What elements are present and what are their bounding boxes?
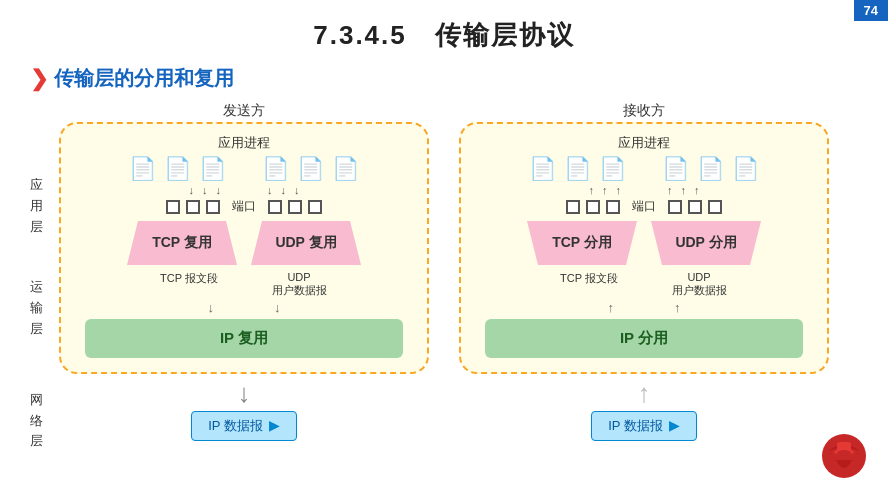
recv-udp-segment-label: UDP 用户数据报: [649, 271, 749, 298]
ip-to-tcp-arrow: ↑: [608, 300, 615, 315]
sender-label: 发送方: [59, 102, 429, 120]
recv-up-arrow-1: ↑: [589, 184, 595, 196]
recv-doc-icon-6: 📄: [732, 158, 759, 180]
ip-demux-box: IP 分用: [485, 319, 803, 358]
down-arrow-1: ↓: [189, 184, 195, 196]
port-square-2: [186, 200, 200, 214]
section-title: ❯ 传输层的分用和复用: [30, 65, 858, 92]
udp-reuse-box: UDP 复用: [251, 221, 361, 265]
udp-segment-label: UDP 用户数据报: [249, 271, 349, 298]
receiver-label: 接收方: [459, 102, 829, 120]
ip-to-udp-arrow: ↑: [674, 300, 681, 315]
recv-doc-icon-4: 📄: [662, 158, 689, 180]
recv-doc-icon-2: 📄: [564, 158, 591, 180]
recv-doc-icon-5: 📄: [697, 158, 724, 180]
sender-app-label: 应用进程: [75, 134, 413, 152]
sender-ip-data-label: IP 数据报: [191, 411, 297, 441]
sender-port-label: 端口: [232, 198, 256, 215]
receiver-ip-data-label: IP 数据报: [591, 411, 697, 441]
redhat-logo: [820, 432, 868, 488]
section-title-text: 传输层的分用和复用: [54, 65, 234, 92]
down-arrow-2: ↓: [202, 184, 208, 196]
recv-up-arrow-6: ↑: [694, 184, 700, 196]
recv-up-arrow-4: ↑: [667, 184, 673, 196]
network-layer-label: 网络层: [30, 390, 43, 452]
recv-up-arrow-3: ↑: [616, 184, 622, 196]
recv-port-square-5: [688, 200, 702, 214]
recv-doc-icon-1: 📄: [529, 158, 556, 180]
doc-icon-1: 📄: [129, 158, 156, 180]
port-square-5: [288, 200, 302, 214]
port-square-3: [206, 200, 220, 214]
recv-doc-icon-3: 📄: [599, 158, 626, 180]
down-arrow-5: ↓: [281, 184, 287, 196]
app-layer-label: 应用层: [30, 175, 43, 237]
svg-point-6: [837, 450, 851, 456]
recv-port-square-6: [708, 200, 722, 214]
doc-icon-2: 📄: [164, 158, 191, 180]
receiver-port-label: 端口: [632, 198, 656, 215]
tcp-to-ip-arrow: ↓: [208, 300, 215, 315]
page-title: 7.3.4.5 传输层协议: [0, 0, 888, 61]
down-arrow-6: ↓: [294, 184, 300, 196]
recv-tcp-segment-label: TCP 报文段: [539, 271, 639, 298]
doc-icon-5: 📄: [297, 158, 324, 180]
section-arrow-icon: ❯: [30, 66, 48, 92]
udp-demux-box: UDP 分用: [651, 221, 761, 265]
transport-layer-label: 运输层: [30, 277, 43, 339]
tcp-reuse-box: TCP 复用: [127, 221, 237, 265]
ip-reuse-box: IP 复用: [85, 319, 403, 358]
sender-down-arrow: ↓: [59, 378, 429, 409]
page-number: 74: [854, 0, 888, 21]
receiver-app-label: 应用进程: [475, 134, 813, 152]
recv-up-arrow-2: ↑: [602, 184, 608, 196]
receiver-box: 接收方 应用进程 📄 📄 📄 📄 📄 📄 ↑ ↑ ↑ ↑ ↑ ↑: [459, 102, 829, 441]
down-arrow-3: ↓: [216, 184, 222, 196]
recv-port-square-3: [606, 200, 620, 214]
down-arrow-4: ↓: [267, 184, 273, 196]
recv-port-square-4: [668, 200, 682, 214]
recv-port-square-2: [586, 200, 600, 214]
udp-to-ip-arrow: ↓: [274, 300, 281, 315]
sender-box: 发送方 应用进程 📄 📄 📄 📄 📄 📄 ↓ ↓ ↓ ↓ ↓ ↓: [59, 102, 429, 441]
doc-icon-6: 📄: [332, 158, 359, 180]
port-square-4: [268, 200, 282, 214]
doc-icon-3: 📄: [199, 158, 226, 180]
tcp-demux-box: TCP 分用: [527, 221, 637, 265]
receiver-up-arrow: ↑: [459, 378, 829, 409]
port-square-1: [166, 200, 180, 214]
recv-up-arrow-5: ↑: [681, 184, 687, 196]
doc-icon-4: 📄: [262, 158, 289, 180]
port-square-6: [308, 200, 322, 214]
tcp-segment-label: TCP 报文段: [139, 271, 239, 298]
recv-port-square-1: [566, 200, 580, 214]
